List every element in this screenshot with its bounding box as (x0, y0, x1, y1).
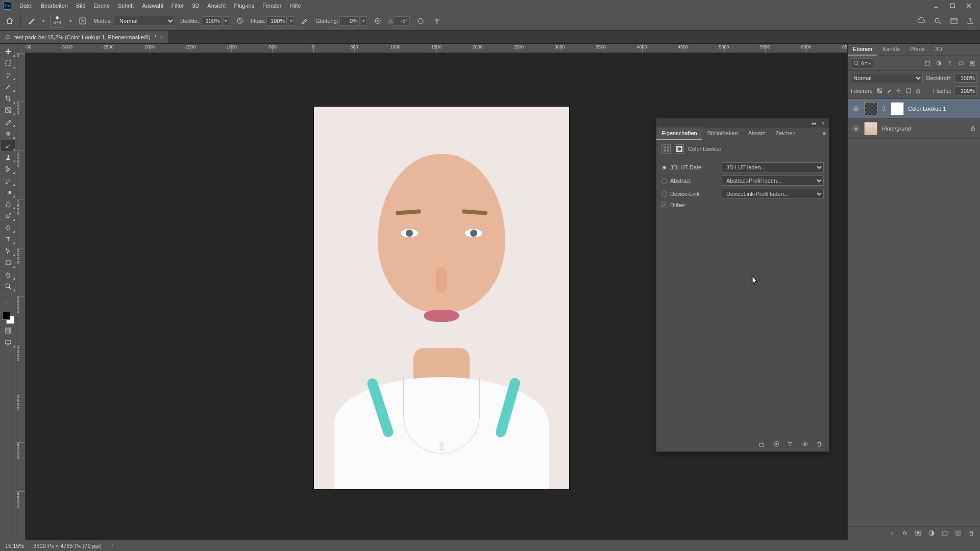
menu-datei[interactable]: Datei (15, 0, 37, 11)
layer-thumb[interactable] (864, 102, 877, 115)
arrange-docs-icon[interactable] (948, 15, 960, 27)
delete-layer-icon[interactable] (967, 529, 976, 538)
stamp-tool[interactable] (1, 152, 15, 163)
lock-pixels-icon[interactable] (885, 87, 893, 95)
tab-3d[interactable]: 3D (930, 44, 947, 56)
filter-pixel-icon[interactable] (923, 59, 932, 68)
layer-opacity-input[interactable] (954, 73, 977, 83)
lock-transparency-icon[interactable] (875, 87, 884, 95)
abstract-label[interactable]: Abstract (662, 178, 718, 184)
blur-tool[interactable] (1, 198, 15, 210)
radio-icon[interactable] (662, 191, 667, 197)
fx-icon[interactable]: fx (900, 529, 910, 538)
abstract-select[interactable]: Abstract-Profil laden... (722, 176, 824, 186)
menu-ebene[interactable]: Ebene (89, 0, 114, 11)
opacity-input[interactable] (202, 16, 222, 26)
smoothing-input[interactable] (339, 16, 360, 26)
layer-row[interactable]: Hintergrund (848, 119, 980, 139)
visibility-toggle[interactable] (852, 124, 860, 133)
smoothing-options-icon[interactable] (372, 15, 383, 27)
angle-input[interactable] (394, 16, 410, 26)
airbrush-icon[interactable] (299, 15, 310, 27)
menu-ansicht[interactable]: Ansicht (203, 0, 230, 11)
screenmode-icon[interactable] (1, 337, 15, 348)
pressure-size-icon[interactable] (415, 15, 426, 27)
hand-tool[interactable] (1, 269, 15, 280)
path-select-tool[interactable] (1, 245, 15, 257)
type-tool[interactable] (1, 234, 15, 245)
lut-file-select[interactable]: 3D LUT laden... (722, 162, 824, 172)
marquee-tool[interactable] (1, 58, 15, 69)
reset-icon[interactable] (786, 439, 795, 448)
group-icon[interactable] (940, 529, 949, 538)
frame-tool[interactable] (1, 105, 15, 116)
layer-name[interactable]: Hintergrund (881, 126, 966, 132)
symmetry-icon[interactable] (431, 15, 443, 27)
layer-blend-select[interactable]: Normal (851, 73, 923, 83)
opacity-dropdown[interactable]: ▾ (223, 16, 229, 26)
chevron-down-icon[interactable]: ▾ (69, 18, 72, 23)
menu-schrift[interactable]: Schrift (114, 0, 138, 11)
brush-tool[interactable] (1, 140, 15, 151)
foreground-color-swatch[interactable] (2, 312, 10, 320)
eyedropper-tool[interactable] (1, 116, 15, 128)
status-flyout-icon[interactable]: 〉 (111, 542, 116, 549)
pressure-opacity-icon[interactable] (234, 15, 246, 27)
new-layer-icon[interactable] (953, 529, 963, 538)
clip-to-layer-icon[interactable] (757, 439, 767, 448)
vertical-ruler[interactable]: 0500100015002000250030003500400045005000 (16, 44, 26, 540)
tab-zeichen[interactable]: Zeichen (770, 128, 800, 140)
devicelink-select[interactable]: DeviceLink-Profil laden... (722, 189, 824, 199)
menu-fenster[interactable]: Fenster (258, 0, 285, 11)
lasso-tool[interactable] (1, 69, 15, 81)
toggle-visibility-icon[interactable] (800, 439, 810, 448)
collapse-panel-icon[interactable]: ◂◂ (810, 119, 818, 127)
crop-tool[interactable] (1, 93, 15, 104)
share-icon[interactable] (965, 15, 976, 27)
close-panel-icon[interactable]: × (819, 119, 827, 127)
dither-label[interactable]: Dither (662, 202, 718, 208)
chevron-down-icon[interactable]: ▾ (42, 18, 45, 23)
document-tab[interactable]: test.psdc bei 15,2% (Color Lookup 1, Ebe… (0, 31, 169, 43)
quickmask-icon[interactable] (1, 325, 15, 336)
menu-hilfe[interactable]: Hilfe (285, 0, 305, 11)
zoom-tool[interactable] (1, 281, 15, 292)
lut-file-label[interactable]: 3DLUT-Datei (662, 164, 718, 170)
link-layers-icon[interactable] (887, 529, 896, 538)
gradient-tool[interactable] (1, 187, 15, 198)
lock-all-icon[interactable] (914, 87, 922, 95)
layer-thumb[interactable] (864, 122, 877, 135)
flow-input[interactable] (266, 16, 287, 26)
lock-position-icon[interactable] (895, 87, 903, 95)
panel-menu-icon[interactable]: ≡ (820, 128, 829, 140)
mask-link-icon[interactable] (881, 105, 887, 112)
radio-icon[interactable] (662, 165, 667, 170)
layer-mask-thumb[interactable] (891, 102, 904, 115)
shape-tool[interactable] (1, 257, 15, 268)
horizontal-ruler[interactable]: -3500-3000-2500-2000-1500-1000-500050010… (26, 44, 847, 53)
visibility-toggle[interactable] (852, 105, 860, 113)
window-maximize-button[interactable] (944, 0, 961, 11)
dodge-tool[interactable] (1, 210, 15, 221)
tab-bibliotheken[interactable]: Bibliotheken (702, 128, 743, 140)
window-close-button[interactable] (961, 0, 977, 11)
close-tab-icon[interactable]: × (160, 34, 163, 41)
window-minimize-button[interactable] (928, 0, 944, 11)
wand-tool[interactable] (1, 81, 15, 92)
layer-name[interactable]: Color Lookup 1 (908, 106, 976, 112)
menu-filter[interactable]: Filter (167, 0, 188, 11)
zoom-readout[interactable]: 15,15% (5, 543, 24, 549)
edit-toolbar-icon[interactable]: ⋯ (1, 297, 15, 308)
view-previous-icon[interactable] (772, 439, 781, 448)
pen-tool[interactable] (1, 222, 15, 233)
menu-auswahl[interactable]: Auswahl (138, 0, 167, 11)
trash-icon[interactable] (815, 439, 824, 448)
color-swatches[interactable] (1, 311, 15, 325)
tab-kanaele[interactable]: Kanäle (877, 44, 905, 56)
panel-titlebar[interactable]: ◂◂ × (656, 118, 829, 128)
layer-filter-kind[interactable]: Art ▾ (851, 58, 873, 68)
brush-tool-icon[interactable] (26, 15, 37, 27)
cloud-docs-icon[interactable] (916, 15, 927, 27)
brush-preset-picker[interactable]: 678 (50, 14, 64, 28)
menu-plugins[interactable]: Plug-ins (230, 0, 258, 11)
